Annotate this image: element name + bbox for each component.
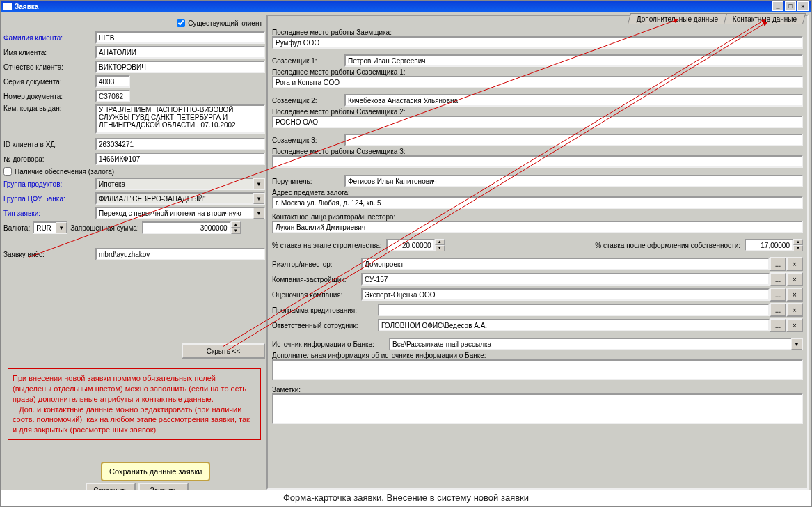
cob2-job-label: Последнее место работы Созаемщика 2: — [272, 108, 803, 116]
right-pane: Дополнительные данные Контактные данные … — [266, 15, 809, 490]
realtor-input[interactable] — [361, 258, 770, 270]
tab-additional-data[interactable]: Дополнительные данные — [627, 13, 726, 24]
currency-label: Валюта: — [3, 224, 30, 232]
last-job-input[interactable] — [272, 36, 803, 49]
pledge-addr-input[interactable] — [272, 196, 803, 209]
cob3-input[interactable] — [344, 134, 803, 146]
cob1-job-label: Последнее место работы Созаемщика 1: — [272, 68, 803, 76]
left-pane: Существующий клиент Фамилия клиента: Имя… — [3, 15, 266, 490]
rate-build-input[interactable] — [386, 239, 435, 251]
guarantor-label: Поручитель: — [272, 178, 344, 185]
doc-number-label: Номер документа: — [3, 93, 95, 100]
valuer-clear-button[interactable]: × — [786, 288, 803, 302]
realtor-label: Риэлтор/инвестор: — [272, 260, 361, 268]
cob1-job-input[interactable] — [272, 76, 803, 88]
contact-person-label: Контактное лицо риэлтора/инвестора: — [272, 213, 803, 221]
product-group-select[interactable] — [95, 178, 265, 190]
dev-clear-button[interactable]: × — [786, 272, 803, 286]
maximize-button[interactable]: □ — [785, 1, 796, 11]
tab-contact-data[interactable]: Контактные данные — [724, 13, 806, 24]
issued-input[interactable]: УПРАВЛЕНИЕМ ПАСПОРТНО-ВИЗОВОЙ СЛУЖБЫ ГУВ… — [95, 104, 265, 134]
page-caption: Форма-карточка заявки. Внесение в систем… — [1, 490, 811, 506]
dropdown-icon[interactable]: ▼ — [56, 222, 67, 233]
collateral-label: Наличие обеспечения (залога) — [15, 168, 114, 176]
cob2-job-input[interactable] — [272, 116, 803, 128]
valuer-browse-button[interactable]: ... — [770, 288, 786, 302]
contract-input[interactable] — [95, 153, 265, 165]
doc-number-input[interactable] — [95, 90, 130, 102]
last-job-label: Последнее место работы Заемщика: — [272, 29, 803, 36]
src-extra-label: Дополнительная информация об источнике и… — [272, 352, 803, 359]
valuer-label: Оценочная компания: — [272, 291, 361, 299]
close-window-button[interactable]: × — [797, 1, 809, 11]
loan-prog-input[interactable] — [378, 304, 770, 316]
guarantor-input[interactable] — [344, 175, 803, 187]
contact-person-input[interactable] — [272, 221, 803, 233]
dropdown-icon[interactable]: ▼ — [253, 178, 264, 189]
existing-client-checkbox[interactable] — [177, 19, 185, 27]
spinner-buttons[interactable]: ▲▼ — [793, 239, 803, 251]
creator-input[interactable] — [95, 248, 265, 260]
dropdown-icon[interactable]: ▼ — [253, 208, 264, 219]
spinner-buttons[interactable]: ▲▼ — [231, 221, 241, 234]
titlebar: Заявка _ □ × — [1, 1, 811, 12]
req-sum-input[interactable] — [142, 221, 231, 234]
dropdown-icon[interactable]: ▼ — [253, 193, 264, 204]
dev-input[interactable] — [361, 273, 770, 286]
app-body: Существующий клиент Фамилия клиента: Имя… — [1, 12, 811, 490]
app-type-select[interactable] — [95, 207, 265, 219]
doc-series-input[interactable] — [95, 75, 130, 88]
cob3-job-input[interactable] — [272, 155, 803, 168]
app-icon — [3, 3, 12, 10]
resp-clear-button[interactable]: × — [786, 318, 803, 332]
loan-prog-clear-button[interactable]: × — [786, 303, 803, 317]
patronymic-label: Отчество клиента: — [3, 63, 95, 71]
cfu-group-select[interactable] — [95, 192, 265, 205]
valuer-input[interactable] — [361, 288, 770, 301]
cob3-job-label: Последнее место работы Созаемщика 3: — [272, 148, 803, 155]
contract-label: № договора: — [3, 155, 95, 163]
rate-own-input[interactable] — [745, 239, 793, 251]
src-select[interactable] — [389, 338, 803, 350]
issued-label: Кем, когда выдан: — [3, 104, 95, 112]
req-sum-label: Запрошенная сумма: — [70, 224, 139, 232]
save-button[interactable]: Сохранить — [86, 483, 136, 490]
tooltip-text: Сохранить данные заявки — [109, 467, 202, 476]
resp-browse-button[interactable]: ... — [770, 318, 786, 332]
instructions-box: При внесении новой заявки помимо обязате… — [8, 368, 261, 440]
minimize-button[interactable]: _ — [772, 1, 783, 11]
name-input[interactable] — [95, 46, 265, 58]
src-label: Источник информации о Банке: — [272, 341, 389, 348]
product-group-label: Группа продуктов: — [3, 180, 95, 188]
instructions-text: При внесении новой заявки помимо обязате… — [13, 374, 252, 434]
realtor-browse-button[interactable]: ... — [770, 257, 786, 271]
cob1-label: Созаемщик 1: — [272, 57, 344, 65]
tooltip-bubble: Сохранить данные заявки — [101, 462, 210, 481]
patronymic-input[interactable] — [95, 61, 265, 73]
close-button[interactable]: Закрыть — [138, 483, 189, 490]
cob2-input[interactable] — [344, 94, 803, 107]
surname-label: Фамилия клиента: — [3, 34, 95, 42]
realtor-clear-button[interactable]: × — [786, 257, 803, 271]
cfu-group-label: Группа ЦФУ Банка: — [3, 195, 95, 203]
notes-label: Заметки: — [272, 386, 803, 393]
src-extra-input[interactable] — [272, 359, 803, 380]
dropdown-icon[interactable]: ▼ — [791, 338, 802, 350]
creator-label: Заявку внёс: — [3, 251, 95, 258]
loan-prog-browse-button[interactable]: ... — [770, 303, 786, 317]
existing-client-label: Существующий клиент — [188, 20, 262, 27]
surname-input[interactable] — [95, 31, 265, 44]
cob2-label: Созаемщик 2: — [272, 97, 344, 104]
hide-button[interactable]: Скрыть << — [182, 343, 265, 359]
dev-browse-button[interactable]: ... — [770, 272, 786, 286]
client-id-input[interactable] — [95, 138, 265, 150]
collateral-checkbox[interactable] — [3, 167, 12, 176]
app-window: Заявка _ □ × Существующий клиент Фамилия… — [0, 0, 812, 507]
dev-label: Компания-застройщик: — [272, 276, 361, 283]
doc-series-label: Серия документа: — [3, 78, 95, 86]
spinner-buttons[interactable]: ▲▼ — [435, 239, 445, 251]
resp-input[interactable] — [378, 319, 770, 332]
app-type-label: Тип заявки: — [3, 210, 95, 217]
notes-input[interactable] — [272, 393, 803, 424]
cob1-input[interactable] — [344, 54, 803, 67]
